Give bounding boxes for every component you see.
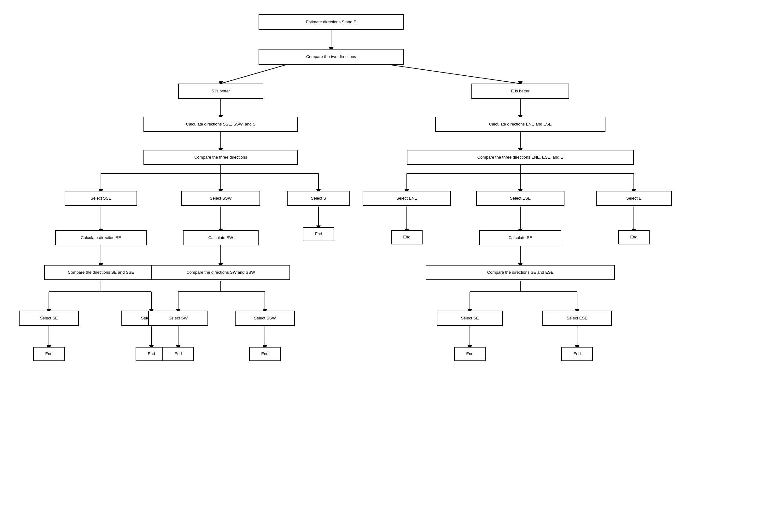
calc-sse-ssw-s-node: Calculate directions SSE, SSW, and S: [143, 117, 298, 132]
select-e-node: Select E: [596, 191, 672, 206]
select-sse-node: Select SSE: [65, 191, 137, 206]
select-s-node: Select S: [287, 191, 350, 206]
compare-se-ese-node: Compare the directions SE and ESE: [426, 265, 615, 280]
select-ssw-node: Select SSW: [181, 191, 260, 206]
end-se-node: End: [33, 347, 65, 361]
end-ene-node: End: [391, 230, 423, 244]
end-se2-node: End: [454, 347, 486, 361]
calc-ene-ese-node: Calculate directions ENE and ESE: [435, 117, 605, 132]
calc-se2-node: Calculate SE: [479, 230, 561, 245]
select-sw-node: Select SW: [148, 311, 208, 326]
select-ssw2-node: Select SSW: [235, 311, 295, 326]
select-ene-node: Select ENE: [363, 191, 451, 206]
estimate-node: Estimate directions S and E: [259, 14, 404, 30]
compare-se-sse-node: Compare the directions SE and SSE: [44, 265, 158, 280]
end-ssw2-node: End: [249, 347, 281, 361]
select-ese-node: Select ESE: [476, 191, 564, 206]
select-ese2-node: Select ESE: [542, 311, 612, 326]
select-se2-node: Select SE: [437, 311, 503, 326]
end-e-node: End: [618, 230, 650, 244]
compare-sw-ssw-node: Compare the directions SW and SSW: [151, 265, 290, 280]
select-se-left-node: Select SE: [19, 311, 79, 326]
e-better-node: E is better: [471, 84, 569, 99]
calc-se-node: Calculate direction SE: [55, 230, 147, 245]
end-sw-node: End: [162, 347, 194, 361]
compare-three-s-node: Compare the three directions: [143, 150, 298, 165]
end-ese2-node: End: [561, 347, 593, 361]
s-better-node: S is better: [178, 84, 263, 99]
flowchart: Estimate directions S and E Compare the …: [0, 0, 771, 532]
end-s-node: End: [303, 227, 334, 241]
compare-two-node: Compare the two directions: [259, 49, 404, 65]
compare-ene-ese-e-node: Compare the three directions ENE, ESE, a…: [407, 150, 634, 165]
calc-sw-node: Calculate SW: [183, 230, 259, 245]
